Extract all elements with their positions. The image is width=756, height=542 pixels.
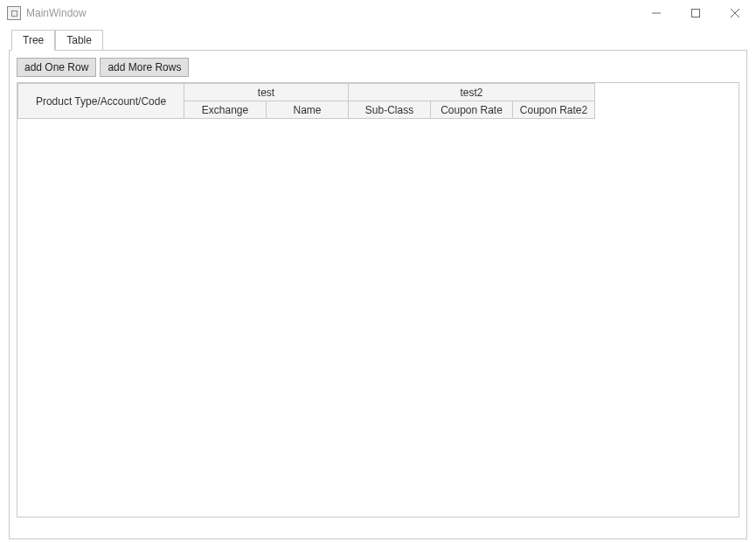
add-more-rows-button[interactable]: add More Rows: [100, 58, 189, 77]
header-exchange[interactable]: Exchange: [184, 101, 267, 119]
header-subclass[interactable]: Sub-Class: [349, 101, 431, 119]
window-controls: [636, 0, 754, 26]
tab-tree[interactable]: Tree: [11, 30, 55, 51]
header-name[interactable]: Name: [267, 101, 349, 119]
header-group-test[interactable]: test: [184, 84, 349, 101]
app-icon: [7, 6, 21, 20]
window-title: MainWindow: [26, 7, 636, 19]
content-area: Tree Table add One Row add More Rows Pro…: [0, 26, 756, 542]
data-table: Product Type/Account/Code test test2 Exc…: [17, 83, 595, 119]
svg-rect-1: [691, 10, 699, 17]
header-product[interactable]: Product Type/Account/Code: [18, 84, 184, 119]
close-button[interactable]: [715, 0, 754, 26]
header-coupon-rate2[interactable]: Coupon Rate2: [513, 101, 595, 119]
tab-bar: Tree Table: [9, 30, 747, 51]
add-one-row-button[interactable]: add One Row: [17, 58, 96, 77]
header-coupon-rate[interactable]: Coupon Rate: [431, 101, 513, 119]
header-group-test2[interactable]: test2: [349, 84, 595, 101]
maximize-button[interactable]: [676, 0, 715, 26]
toolbar: add One Row add More Rows: [17, 58, 739, 77]
minimize-button[interactable]: [636, 0, 676, 26]
app-icon-inner: [11, 10, 17, 17]
tab-table[interactable]: Table: [55, 30, 103, 51]
table-container[interactable]: Product Type/Account/Code test test2 Exc…: [17, 82, 739, 518]
titlebar: MainWindow: [0, 0, 756, 26]
tab-panel: add One Row add More Rows Product Type/A…: [9, 50, 747, 539]
table-header: Product Type/Account/Code test test2 Exc…: [18, 84, 595, 119]
